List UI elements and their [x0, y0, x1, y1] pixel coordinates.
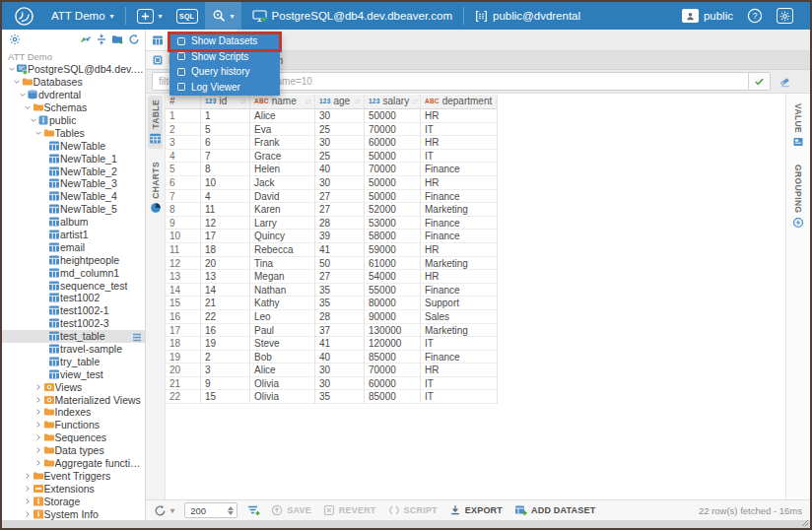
data-cell-salary[interactable]: 70000 [365, 163, 421, 176]
presentation-tab-table[interactable]: TABLE [148, 96, 163, 149]
tree-expander-icon[interactable] [34, 408, 43, 416]
data-cell-department[interactable]: Finance [421, 284, 498, 298]
data-cell-id[interactable]: 8 [201, 163, 250, 176]
data-cell-age[interactable]: 30 [315, 176, 365, 190]
tree-item-newtable-4[interactable]: NewTable_4 [2, 190, 145, 203]
data-cell-id[interactable]: 12 [201, 217, 250, 231]
data-cell-department[interactable]: HR [421, 270, 498, 284]
tree-item-newtable-5[interactable]: NewTable_5 [2, 203, 145, 216]
help-button[interactable]: ? [740, 2, 770, 30]
data-cell-age[interactable]: 30 [315, 364, 365, 377]
add-dataset-button[interactable]: ADD DATASET [514, 504, 595, 516]
data-cell-age[interactable]: 25 [315, 150, 365, 164]
row-number-cell[interactable]: 5 [166, 163, 201, 176]
tree-expander-icon[interactable] [24, 103, 33, 111]
data-cell-salary[interactable]: 120000 [365, 337, 421, 351]
data-cell-age[interactable]: 28 [315, 310, 365, 324]
data-cell-age[interactable]: 28 [315, 217, 365, 231]
tools-menu-button[interactable]: ▾ [205, 2, 241, 30]
data-cell-age[interactable]: 37 [315, 324, 365, 338]
tree-item-extensions[interactable]: Extensions [2, 482, 145, 495]
tree-item-postgresql-db4-dev-dbe-[interactable]: PostgreSQL@db4.dev.dbe... [2, 63, 145, 76]
row-number-cell[interactable]: 4 [166, 150, 201, 164]
tree-item-newtable-1[interactable]: NewTable_1 [2, 152, 145, 165]
data-cell-department[interactable]: Finance [421, 190, 498, 204]
tree-item-heightpeople[interactable]: heightpeople [2, 253, 145, 266]
data-cell-name[interactable]: Alice [250, 109, 315, 123]
row-number-cell[interactable]: 1 [166, 109, 201, 123]
data-cell-salary[interactable]: 55000 [365, 284, 421, 298]
row-number-cell[interactable]: 7 [166, 190, 201, 204]
panel-tab-value[interactable]: VALUE [791, 99, 805, 152]
data-cell-name[interactable]: Karen [250, 203, 315, 217]
tree-item-newtable-3[interactable]: NewTable_3 [2, 177, 145, 190]
collapse-all-icon[interactable] [96, 33, 107, 45]
row-number-cell[interactable]: 15 [166, 297, 201, 310]
data-cell-id[interactable]: 1 [201, 109, 250, 123]
tree-expander-icon[interactable] [34, 396, 43, 404]
data-cell-department[interactable]: Finance [421, 230, 498, 243]
data-cell-salary[interactable]: 61000 [365, 257, 421, 271]
tree-expander-icon[interactable] [34, 129, 43, 137]
user-menu-button[interactable]: public [675, 2, 740, 30]
tree-expander-icon[interactable] [24, 472, 33, 480]
sort-icon[interactable]: ↓↑ [495, 95, 498, 107]
column-header-id[interactable]: 123id↓↑ [201, 95, 250, 109]
tree-expander-icon[interactable] [34, 433, 43, 441]
data-cell-name[interactable]: Grace [250, 150, 315, 164]
data-cell-id[interactable]: 22 [201, 310, 250, 324]
tree-expander-icon[interactable] [34, 421, 43, 429]
data-cell-department[interactable]: HR [421, 364, 498, 377]
resize-grip[interactable] [801, 519, 809, 527]
panel-tab-grouping[interactable]: GROUPING [791, 161, 805, 232]
row-number-cell[interactable]: 9 [166, 217, 201, 231]
menu-item-log-viewer[interactable]: Log Viewer [169, 80, 280, 96]
data-cell-name[interactable]: Olivia [250, 377, 315, 391]
data-cell-salary[interactable]: 50000 [365, 150, 421, 164]
data-cell-id[interactable]: 14 [201, 284, 250, 298]
data-cell-department[interactable]: Marketing [421, 324, 498, 338]
tree-item-travel-sample[interactable]: travel-sample [2, 343, 145, 356]
row-number-cell[interactable]: 12 [166, 257, 201, 271]
data-cell-salary[interactable]: 85000 [365, 351, 421, 364]
new-folder-icon[interactable] [111, 33, 124, 45]
data-cell-id[interactable]: 5 [201, 123, 250, 137]
export-button[interactable]: EXPORT [449, 504, 503, 516]
tree-item-materialized-views[interactable]: Materialized Views [2, 393, 145, 406]
data-cell-id[interactable]: 6 [201, 136, 250, 150]
data-cell-age[interactable]: 35 [315, 390, 365, 404]
fetch-size-input[interactable] [188, 504, 218, 517]
data-cell-age[interactable]: 30 [315, 377, 365, 391]
tree-expander-icon[interactable] [24, 497, 33, 505]
data-cell-salary[interactable]: 50000 [365, 176, 421, 190]
data-cell-age[interactable]: 30 [315, 136, 365, 150]
data-cell-age[interactable]: 40 [315, 163, 365, 176]
data-cell-salary[interactable]: 52000 [365, 203, 421, 217]
data-cell-name[interactable]: Frank [250, 136, 315, 150]
tree-item-test1002-3[interactable]: test1002-3 [2, 317, 145, 330]
data-cell-age[interactable]: 35 [315, 284, 365, 298]
tree-expander-icon[interactable] [24, 510, 33, 518]
row-number-cell[interactable]: 14 [166, 284, 201, 298]
apply-filter-button[interactable] [748, 73, 770, 90]
tree-expander-icon[interactable] [13, 78, 22, 86]
tree-item-indexes[interactable]: Indexes [2, 406, 145, 419]
data-cell-salary[interactable]: 70000 [365, 123, 421, 137]
tree-item-test1002-1[interactable]: test1002-1 [2, 304, 145, 317]
tree-item-artist1[interactable]: artist1 [2, 229, 145, 241]
data-cell-id[interactable]: 7 [201, 150, 250, 164]
tree-expander-icon[interactable] [7, 65, 16, 73]
row-number-cell[interactable]: 10 [166, 230, 201, 243]
data-cell-id[interactable]: 15 [201, 390, 250, 404]
sort-icon[interactable]: ↓↑ [240, 95, 245, 107]
data-cell-id[interactable]: 17 [201, 230, 250, 243]
data-cell-id[interactable]: 4 [201, 190, 250, 204]
tree-item-test-table[interactable]: test_table [2, 330, 145, 343]
data-cell-age[interactable]: 25 [315, 123, 365, 137]
data-cell-salary[interactable]: 58000 [365, 230, 421, 243]
tree-expander-icon[interactable] [34, 459, 43, 467]
data-cell-department[interactable]: IT [421, 377, 498, 391]
data-cell-age[interactable]: 39 [315, 230, 365, 243]
data-cell-name[interactable]: David [250, 190, 315, 204]
tree-item-md-column1[interactable]: md_column1 [2, 266, 145, 279]
